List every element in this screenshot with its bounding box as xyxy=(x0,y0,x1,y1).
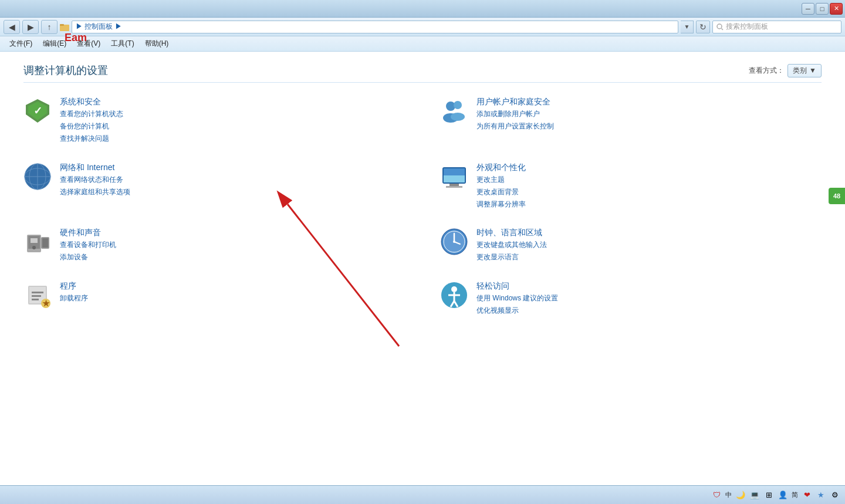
refresh-button[interactable]: ↻ xyxy=(696,21,710,33)
folder-icon xyxy=(60,22,69,32)
svg-rect-20 xyxy=(449,184,459,186)
link-appearance-0[interactable]: 更改主题 xyxy=(476,174,526,185)
view-dropdown-icon: ▼ xyxy=(809,66,816,75)
icon-system-security: ✓ xyxy=(23,97,52,125)
title-hardware[interactable]: 硬件和声音 xyxy=(60,228,116,238)
tray-icon-network[interactable]: 💻 xyxy=(749,490,760,500)
menu-tools[interactable]: 工具(T) xyxy=(106,37,138,50)
address-bar: ◀ ▶ ↑ ▶ 控制面板 ▶ ▼ ↻ 搜索控制面板 xyxy=(0,18,845,36)
link-system-security-1[interactable]: 备份您的计算机 xyxy=(60,121,123,132)
icon-accessibility xyxy=(440,281,468,309)
link-appearance-1[interactable]: 更改桌面背景 xyxy=(476,187,526,198)
side-badge[interactable]: 48 xyxy=(829,188,845,204)
network-icon xyxy=(23,163,52,191)
section-user-accounts: 用户帐户和家庭安全 添加或删除用户帐户 为所有用户设置家长控制 xyxy=(440,97,822,145)
close-button[interactable]: ✕ xyxy=(830,3,843,15)
tray-text-lang[interactable]: 简 xyxy=(792,491,798,499)
system-tray: 🛡 中 🌙 💻 ⊞ 👤 简 ❤ ★ ⚙ xyxy=(711,490,840,500)
svg-rect-27 xyxy=(42,238,48,248)
title-programs[interactable]: 程序 xyxy=(60,281,88,292)
icon-network xyxy=(23,163,52,191)
text-hardware: 硬件和声音 查看设备和打印机 添加设备 xyxy=(60,228,116,263)
appearance-icon xyxy=(440,163,468,191)
text-clock: 时钟、语言和区域 更改键盘或其他输入法 更改显示语言 xyxy=(476,228,547,263)
tray-icon-moon[interactable]: 🌙 xyxy=(735,490,746,500)
address-dropdown[interactable]: ▼ xyxy=(681,21,694,33)
svg-rect-21 xyxy=(446,186,462,188)
maximize-button[interactable]: □ xyxy=(816,3,829,15)
section-clock: 时钟、语言和区域 更改键盘或其他输入法 更改显示语言 xyxy=(440,228,822,263)
svg-text:★: ★ xyxy=(42,299,50,308)
link-clock-1[interactable]: 更改显示语言 xyxy=(476,252,547,263)
link-programs-0[interactable]: 卸载程序 xyxy=(60,293,88,304)
menu-help[interactable]: 帮助(H) xyxy=(140,37,174,50)
text-system-security: 系统和安全 查看您的计算机状态 备份您的计算机 查找并解决问题 xyxy=(60,97,123,145)
menu-edit[interactable]: 编辑(E) xyxy=(38,37,71,50)
address-field[interactable]: ▶ 控制面板 ▶ xyxy=(72,21,678,33)
search-box[interactable]: 搜索控制面板 xyxy=(712,21,841,33)
search-placeholder: 搜索控制面板 xyxy=(726,22,768,32)
view-label: 查看方式： xyxy=(749,66,784,76)
minimize-button[interactable]: ─ xyxy=(802,3,814,15)
main-content: 调整计算机的设置 查看方式： 类别 ▼ ✓ 系统和安全 查看您的计算机状态 备份… xyxy=(0,52,845,485)
back-button[interactable]: ◀ xyxy=(4,20,20,34)
menu-bar: 文件(F) 编辑(E) 查看(V) 工具(T) 帮助(H) xyxy=(0,36,845,52)
hardware-icon xyxy=(23,228,52,256)
link-hardware-1[interactable]: 添加设备 xyxy=(60,252,116,263)
svg-point-8 xyxy=(454,101,462,109)
title-user-accounts[interactable]: 用户帐户和家庭安全 xyxy=(476,97,554,107)
breadcrumb-text: ▶ 控制面板 ▶ xyxy=(76,22,122,32)
title-clock[interactable]: 时钟、语言和区域 xyxy=(476,228,547,238)
content-header: 调整计算机的设置 查看方式： 类别 ▼ xyxy=(23,63,822,83)
link-accessibility-1[interactable]: 优化视频显示 xyxy=(476,305,558,316)
menu-file[interactable]: 文件(F) xyxy=(5,37,37,50)
tray-icon-star[interactable]: ★ xyxy=(816,490,826,500)
title-network[interactable]: 网络和 Internet xyxy=(60,163,130,173)
link-clock-0[interactable]: 更改键盘或其他输入法 xyxy=(476,239,547,251)
section-accessibility: 轻松访问 使用 Windows 建议的设置 优化视频显示 xyxy=(440,281,822,316)
view-selector: 查看方式： 类别 ▼ xyxy=(749,64,822,77)
svg-rect-38 xyxy=(32,295,41,297)
svg-point-33 xyxy=(453,241,455,243)
link-appearance-2[interactable]: 调整屏幕分辨率 xyxy=(476,199,526,210)
control-panel-grid: ✓ 系统和安全 查看您的计算机状态 备份您的计算机 查找并解决问题 xyxy=(23,97,822,322)
svg-point-43 xyxy=(451,286,457,292)
title-appearance[interactable]: 外观和个性化 xyxy=(476,163,526,173)
link-user-accounts-0[interactable]: 添加或删除用户帐户 xyxy=(476,109,554,120)
tray-icon-user[interactable]: 👤 xyxy=(778,490,788,500)
svg-line-3 xyxy=(722,28,724,30)
title-system-security[interactable]: 系统和安全 xyxy=(60,97,123,107)
tray-icon-red[interactable]: ❤ xyxy=(802,490,812,500)
title-accessibility[interactable]: 轻松访问 xyxy=(476,281,558,292)
text-accessibility: 轻松访问 使用 Windows 建议的设置 优化视频显示 xyxy=(476,281,558,316)
link-system-security-0[interactable]: 查看您的计算机状态 xyxy=(60,109,123,120)
up-button[interactable]: ↑ xyxy=(41,20,58,34)
link-network-0[interactable]: 查看网络状态和任务 xyxy=(60,174,130,185)
link-system-security-2[interactable]: 查找并解决问题 xyxy=(60,133,123,144)
text-user-accounts: 用户帐户和家庭安全 添加或删除用户帐户 为所有用户设置家长控制 xyxy=(476,97,554,132)
tray-icon-settings[interactable]: ⚙ xyxy=(830,490,840,500)
tray-text-ime[interactable]: 中 xyxy=(725,491,732,499)
link-network-1[interactable]: 选择家庭组和共享选项 xyxy=(60,187,130,198)
text-appearance: 外观和个性化 更改主题 更改桌面背景 调整屏幕分辨率 xyxy=(476,163,526,211)
forward-button[interactable]: ▶ xyxy=(22,20,39,34)
text-programs: 程序 卸载程序 xyxy=(60,281,88,304)
section-system-security: ✓ 系统和安全 查看您的计算机状态 备份您的计算机 查找并解决问题 xyxy=(23,97,405,145)
section-network: 网络和 Internet 查看网络状态和任务 选择家庭组和共享选项 xyxy=(23,163,405,211)
link-user-accounts-1[interactable]: 为所有用户设置家长控制 xyxy=(476,121,554,132)
link-accessibility-0[interactable]: 使用 Windows 建议的设置 xyxy=(476,293,558,304)
svg-point-25 xyxy=(32,246,36,249)
window-controls: ─ □ ✕ xyxy=(802,3,843,15)
icon-programs: ★ xyxy=(23,281,52,309)
programs-icon: ★ xyxy=(23,281,52,309)
section-appearance: 外观和个性化 更改主题 更改桌面背景 调整屏幕分辨率 xyxy=(440,163,822,211)
svg-point-2 xyxy=(717,24,722,29)
tray-icon-antivirus[interactable]: 🛡 xyxy=(711,490,722,500)
link-hardware-0[interactable]: 查看设备和打印机 xyxy=(60,239,116,251)
search-icon xyxy=(716,23,724,31)
svg-rect-39 xyxy=(32,299,39,300)
menu-view[interactable]: 查看(V) xyxy=(72,37,105,50)
view-mode-button[interactable]: 类别 ▼ xyxy=(787,64,822,77)
tray-icon-grid[interactable]: ⊞ xyxy=(763,490,774,500)
svg-text:✓: ✓ xyxy=(33,105,42,117)
